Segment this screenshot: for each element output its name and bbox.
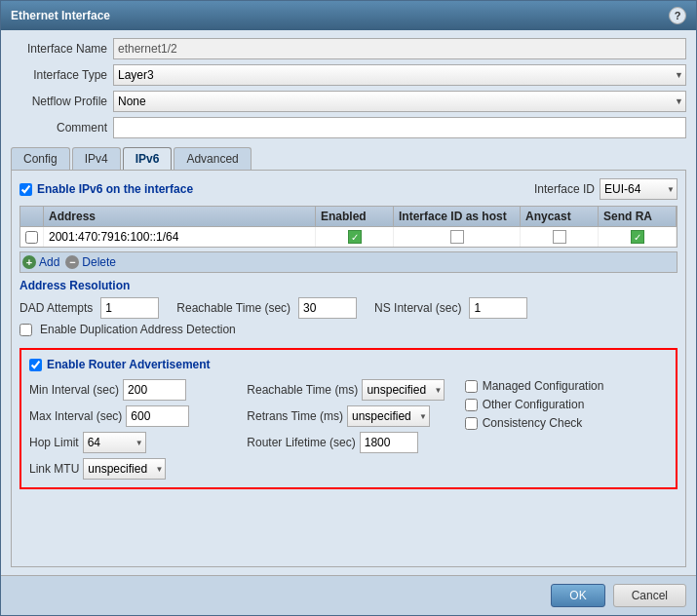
interface-id-select-wrapper[interactable]: EUI-64 ▼: [600, 178, 678, 200]
enable-router-adv-label: Enable Router Advertisement: [47, 358, 211, 371]
add-delete-bar: + Add − Delete: [19, 251, 678, 273]
other-config-label: Other Configuration: [483, 398, 585, 411]
address-table: Address Enabled Interface ID as host Any…: [19, 206, 678, 248]
reachable-time-ms-label: Reachable Time (ms): [247, 383, 358, 397]
netflow-profile-select-wrapper[interactable]: None ▼: [113, 91, 686, 112]
row-send-ra: ✓: [599, 227, 677, 247]
min-interval-input[interactable]: [123, 379, 186, 401]
delete-button[interactable]: − Delete: [65, 255, 116, 269]
dad-attempts-label: DAD Attempts: [19, 301, 93, 315]
managed-config-row[interactable]: Managed Configuration: [465, 379, 668, 393]
delete-icon: −: [65, 255, 79, 269]
interface-type-row: Interface Type Layer3 ▼: [11, 64, 686, 86]
router-lifetime-row: Router Lifetime (sec): [247, 432, 449, 453]
interface-type-select-wrapper[interactable]: Layer3 ▼: [113, 64, 686, 86]
send-ra-check-icon: ✓: [631, 230, 644, 244]
delete-label: Delete: [82, 255, 116, 269]
reachable-time-ms-row: Reachable Time (ms) unspecified ▼: [247, 379, 449, 401]
address-resolution-section: Address Resolution DAD Attempts Reachabl…: [19, 279, 678, 340]
interface-id-label: Interface ID: [534, 182, 595, 196]
dialog-title-bar: Ethernet Interface ?: [1, 1, 696, 30]
dialog-title-text: Ethernet Interface: [11, 9, 110, 22]
dad-attempts-input[interactable]: [100, 297, 159, 319]
dialog-body: Interface Name Interface Type Layer3 ▼ N…: [1, 30, 696, 575]
add-label: Add: [39, 255, 59, 269]
hop-limit-select-wrapper[interactable]: 64 ▼: [83, 432, 146, 453]
interface-id-select[interactable]: EUI-64: [600, 178, 678, 200]
reachable-time-ms-select[interactable]: unspecified: [362, 379, 445, 401]
tab-ipv6[interactable]: IPv6: [123, 147, 173, 170]
router-adv-header: Enable Router Advertisement: [29, 358, 668, 371]
help-icon[interactable]: ?: [669, 7, 686, 24]
enable-ipv6-text: Enable IPv6 on the interface: [37, 182, 193, 196]
min-interval-label: Min Interval (sec): [29, 383, 119, 397]
add-button[interactable]: + Add: [22, 255, 59, 269]
reachable-time-input[interactable]: [298, 297, 357, 319]
table-row[interactable]: 2001:470:7916:100::1/64 ✓ ✓: [20, 227, 677, 247]
hop-limit-label: Hop Limit: [29, 436, 79, 449]
ra-fields-grid: Min Interval (sec) Max Interval (sec) Ho…: [29, 379, 668, 480]
router-lifetime-input[interactable]: [360, 432, 418, 453]
consistency-check-checkbox[interactable]: [465, 417, 478, 430]
managed-config-checkbox[interactable]: [465, 380, 478, 393]
tab-advanced[interactable]: Advanced: [174, 147, 251, 170]
enable-ipv6-checkbox[interactable]: [19, 183, 32, 196]
addr-res-row2: Enable Duplication Address Detection: [19, 323, 678, 336]
tabs: Config IPv4 IPv6 Advanced: [11, 147, 686, 170]
row-address: 2001:470:7916:100::1/64: [44, 227, 316, 247]
other-config-row[interactable]: Other Configuration: [465, 398, 668, 411]
enable-ipv6-label[interactable]: Enable IPv6 on the interface: [19, 182, 193, 196]
link-mtu-select[interactable]: unspecified: [83, 458, 166, 480]
enabled-check-icon: ✓: [348, 230, 362, 244]
ethernet-interface-dialog: Ethernet Interface ? Interface Name Inte…: [0, 0, 697, 616]
comment-row: Comment: [11, 117, 686, 138]
interface-name-label: Interface Name: [11, 42, 113, 56]
col-address: Address: [44, 207, 316, 226]
ns-interval-input[interactable]: [469, 297, 527, 319]
ra-col-3: Managed Configuration Other Configuratio…: [465, 379, 668, 480]
interface-name-row: Interface Name: [11, 38, 686, 59]
ra-col-2: Reachable Time (ms) unspecified ▼ Retran…: [247, 379, 449, 480]
retrans-time-row: Retrans Time (ms) unspecified ▼: [247, 405, 449, 427]
min-interval-row: Min Interval (sec): [29, 379, 232, 401]
addr-res-row1: DAD Attempts Reachable Time (sec) NS Int…: [19, 297, 678, 319]
col-interface-id-host: Interface ID as host: [394, 207, 521, 226]
reachable-time-ms-select-wrapper[interactable]: unspecified ▼: [362, 379, 445, 401]
max-interval-input[interactable]: [126, 405, 189, 427]
cancel-button[interactable]: Cancel: [613, 584, 686, 607]
managed-config-label: Managed Configuration: [483, 379, 604, 393]
consistency-check-row[interactable]: Consistency Check: [465, 416, 668, 430]
hop-limit-select[interactable]: 64: [83, 432, 146, 453]
netflow-profile-select[interactable]: None: [113, 91, 686, 112]
tab-ipv4[interactable]: IPv4: [72, 147, 121, 170]
col-enabled: Enabled: [316, 207, 394, 226]
netflow-profile-label: Netflow Profile: [11, 95, 113, 108]
row-checkbox[interactable]: [25, 231, 38, 244]
enable-dup-detection-checkbox[interactable]: [19, 324, 32, 336]
enable-router-adv-checkbox[interactable]: [29, 359, 42, 371]
col-send-ra: Send RA: [599, 207, 677, 226]
comment-input[interactable]: [113, 117, 686, 138]
interface-id-row: Interface ID EUI-64 ▼: [534, 178, 678, 200]
row-enabled: ✓: [316, 227, 394, 247]
retrans-time-select-wrapper[interactable]: unspecified ▼: [347, 405, 430, 427]
row-anycast: [521, 227, 599, 247]
ra-col-1: Min Interval (sec) Max Interval (sec) Ho…: [29, 379, 232, 480]
router-advertisement-section: Enable Router Advertisement Min Interval…: [19, 348, 678, 489]
ok-button[interactable]: OK: [551, 584, 604, 607]
col-anycast: Anycast: [521, 207, 599, 226]
other-config-checkbox[interactable]: [465, 399, 478, 411]
col-check: [20, 207, 44, 226]
row-check[interactable]: [20, 227, 44, 247]
ns-interval-label: NS Interval (sec): [374, 301, 461, 315]
link-mtu-label: Link MTU: [29, 462, 79, 476]
retrans-time-label: Retrans Time (ms): [247, 409, 343, 423]
router-lifetime-label: Router Lifetime (sec): [247, 436, 355, 449]
consistency-check-label: Consistency Check: [483, 416, 583, 430]
hop-limit-row: Hop Limit 64 ▼: [29, 432, 232, 453]
interface-type-select[interactable]: Layer3: [113, 64, 686, 86]
max-interval-row: Max Interval (sec): [29, 405, 232, 427]
link-mtu-select-wrapper[interactable]: unspecified ▼: [83, 458, 166, 480]
tab-config[interactable]: Config: [11, 147, 70, 170]
retrans-time-select[interactable]: unspecified: [347, 405, 430, 427]
